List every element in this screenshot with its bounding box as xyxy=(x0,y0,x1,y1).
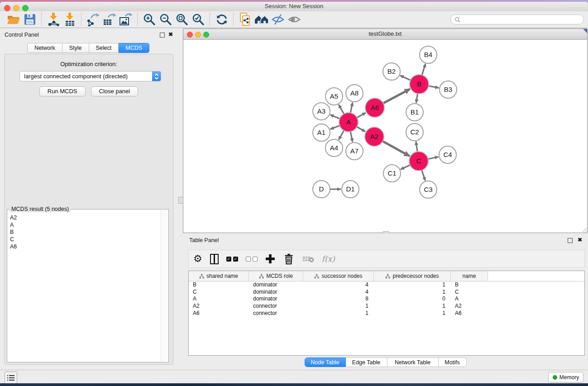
mcds-result-list[interactable]: A2ABCA6 xyxy=(8,211,161,362)
export-image-icon[interactable] xyxy=(118,12,134,27)
search-input[interactable] xyxy=(462,16,583,23)
select-stepper-icon xyxy=(152,71,161,81)
save-icon[interactable] xyxy=(22,12,38,27)
network-graph: B4B2BB3B1C2A5A8A6A3AA1A2A4A7CC4C1C3DD1 xyxy=(183,40,587,233)
gear-icon[interactable]: ⚙ xyxy=(193,252,202,266)
result-item[interactable]: C xyxy=(10,236,161,243)
control-panel-title: Control Panel xyxy=(5,32,39,38)
float-panel-icon[interactable] xyxy=(568,238,573,243)
node-label-A3: A3 xyxy=(317,107,325,115)
add-icon[interactable] xyxy=(265,252,275,266)
toolbar-separator xyxy=(81,13,82,26)
node-label-C: C xyxy=(416,157,421,165)
close-panel-button[interactable]: Close panel xyxy=(91,86,139,96)
table-row[interactable]: Bdominator41B xyxy=(189,281,584,289)
eye-icon[interactable] xyxy=(286,12,302,27)
list-menu-button[interactable] xyxy=(5,372,17,383)
show-column-icon[interactable] xyxy=(210,252,219,266)
import-table-icon[interactable] xyxy=(62,12,78,27)
control-panel-tabs: NetworkStyleSelectMCDS xyxy=(0,43,177,53)
close-button[interactable] xyxy=(187,32,193,38)
tab-network[interactable]: Network xyxy=(27,43,62,53)
column-header-shared-name[interactable]: shared name xyxy=(189,271,249,281)
close-panel-icon[interactable]: ✖ xyxy=(168,31,173,38)
minimize-button[interactable] xyxy=(195,32,201,38)
result-item[interactable]: A2 xyxy=(10,214,161,221)
column-header-successor-nodes[interactable]: successor nodes xyxy=(303,271,374,281)
zoom-button[interactable] xyxy=(22,5,29,11)
node-label-B1: B1 xyxy=(411,108,419,116)
table-row[interactable]: Cdominator41C xyxy=(189,289,584,296)
node-table[interactable]: shared nameMCDS rolesuccessor nodesprede… xyxy=(188,271,585,356)
minimize-button[interactable] xyxy=(13,5,19,11)
tab-edge-table[interactable]: Edge Table xyxy=(346,357,387,367)
close-panel-icon[interactable]: ✖ xyxy=(578,237,582,243)
node-label-B2: B2 xyxy=(387,67,396,75)
toolbar-separator xyxy=(137,13,138,26)
tab-style[interactable]: Style xyxy=(62,43,89,53)
tab-node-table[interactable]: Node Table xyxy=(305,357,346,367)
node-label-C1: C1 xyxy=(387,169,396,177)
home-icon[interactable] xyxy=(253,12,270,27)
refresh-icon[interactable] xyxy=(214,12,230,27)
column-header-name[interactable]: name xyxy=(451,271,488,281)
zoom-fit-icon[interactable] xyxy=(174,12,190,27)
column-header-predecessor-nodes[interactable]: predecessor nodes xyxy=(374,271,451,281)
status-bar: Memory xyxy=(0,370,588,383)
optimization-criterion-label: Optimization criterion: xyxy=(5,61,173,67)
main-toolbar xyxy=(0,11,588,28)
criterion-select[interactable]: largest connected component (directed) xyxy=(19,71,161,81)
window-title: Session: New Session xyxy=(0,2,588,11)
result-item[interactable]: A xyxy=(10,221,161,229)
zoom-selected-icon[interactable] xyxy=(190,12,206,27)
eye-slash-icon[interactable] xyxy=(270,12,286,27)
memory-button[interactable]: Memory xyxy=(548,372,583,382)
tab-select[interactable]: Select xyxy=(89,43,119,53)
export-table-icon[interactable] xyxy=(101,12,118,27)
select-all-icon[interactable]: ✓✓ xyxy=(226,252,238,266)
table-row[interactable]: Adominator80A xyxy=(189,295,584,303)
list-icon xyxy=(7,375,14,381)
table-row[interactable]: A2connector11A2 xyxy=(189,303,584,310)
tab-mcds[interactable]: MCDS xyxy=(119,43,149,53)
zoom-in-icon[interactable] xyxy=(141,12,158,27)
deselect-all-icon[interactable] xyxy=(246,252,258,266)
document-network-icon[interactable] xyxy=(237,12,253,27)
node-label-A7: A7 xyxy=(350,147,359,155)
tab-motifs[interactable]: Motifs xyxy=(439,357,467,367)
network-canvas[interactable]: B4B2BB3B1C2A5A8A6A3AA1A2A4A7CC4C1C3DD1 xyxy=(183,40,587,233)
close-button[interactable] xyxy=(4,5,10,11)
zoom-out-icon[interactable] xyxy=(158,12,174,27)
frame-corner-icon xyxy=(583,29,587,33)
node-label-A: A xyxy=(346,118,351,126)
result-item[interactable]: B xyxy=(10,229,161,236)
toolbar-separator xyxy=(233,13,234,26)
table-header-row: shared nameMCDS rolesuccessor nodesprede… xyxy=(189,271,584,281)
node-label-B: B xyxy=(417,80,421,88)
mcds-result-box: MCDS result (5 nodes) A2ABCA6 xyxy=(7,209,169,362)
table-tabs: Node TableEdge TableNetwork TableMotifs xyxy=(183,357,588,367)
delete-table-icon[interactable] xyxy=(302,252,314,266)
node-label-A2: A2 xyxy=(370,133,378,140)
zoom-button[interactable] xyxy=(203,32,209,38)
tab-network-table[interactable]: Network Table xyxy=(387,357,439,367)
node-label-A5: A5 xyxy=(330,92,338,100)
run-mcds-button[interactable]: Run MCDS xyxy=(39,86,86,96)
search-box[interactable] xyxy=(450,14,584,24)
node-label-B3: B3 xyxy=(444,86,452,93)
function-builder-icon[interactable]: f(x) xyxy=(322,252,335,266)
result-item[interactable]: A6 xyxy=(10,243,161,250)
open-folder-icon[interactable] xyxy=(5,12,22,27)
table-toolbar: ⚙ ✓✓ f(x) xyxy=(188,250,585,268)
float-panel-icon[interactable] xyxy=(160,33,165,38)
network-window-titlebar[interactable]: testGlobe.txt xyxy=(183,29,587,40)
attribute-type-icon xyxy=(314,274,319,279)
node-label-A4: A4 xyxy=(330,144,338,152)
trash-icon[interactable] xyxy=(283,252,295,266)
column-header-MCDS-role[interactable]: MCDS role xyxy=(249,271,303,281)
table-row[interactable]: A6connector11A6 xyxy=(189,310,584,317)
import-network-icon[interactable] xyxy=(45,12,62,27)
search-icon xyxy=(454,17,460,23)
export-network-icon[interactable] xyxy=(85,12,101,27)
result-scrollbar[interactable] xyxy=(161,210,168,362)
